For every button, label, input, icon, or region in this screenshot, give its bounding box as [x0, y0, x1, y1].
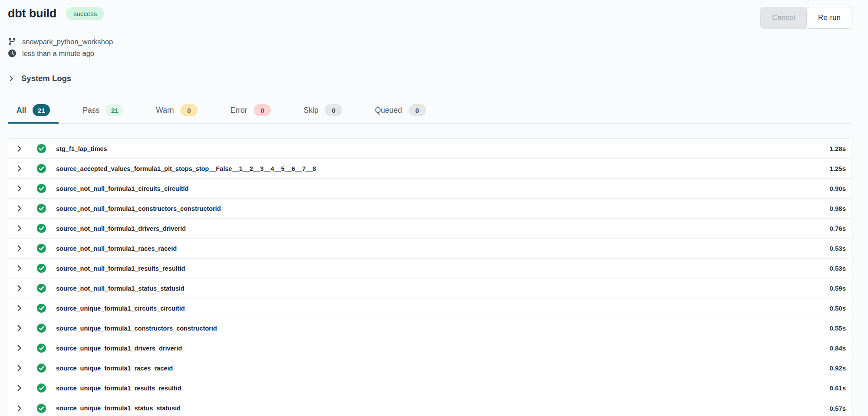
node-name: source_accepted_values_formula1_pit_stop… [56, 165, 316, 172]
table-row[interactable]: source_not_null_formula1_circuits_circui… [8, 179, 852, 199]
git-branch-icon [8, 37, 17, 46]
pass-check-icon [37, 204, 46, 213]
node-name: source_unique_formula1_races_raceid [56, 365, 173, 372]
branch-name: snowpark_python_workshop [22, 38, 113, 46]
expand-chevron-icon[interactable] [15, 364, 23, 372]
table-row[interactable]: source_unique_formula1_races_raceid 0.92… [8, 358, 852, 378]
node-name: source_unique_formula1_drivers_driverid [56, 345, 182, 352]
node-duration: 0.55s [829, 324, 846, 332]
header: dbt build success Cancel Re-run [8, 7, 852, 29]
tab-count-badge: 0 [325, 104, 342, 116]
table-row[interactable]: source_accepted_values_formula1_pit_stop… [8, 159, 852, 179]
tab-label: Pass [83, 106, 99, 115]
pass-check-icon [37, 404, 46, 413]
node-name: source_not_null_formula1_circuits_circui… [56, 185, 188, 192]
expand-chevron-icon[interactable] [15, 184, 23, 193]
node-name: source_unique_formula1_constructors_cons… [56, 325, 217, 332]
expand-chevron-icon[interactable] [15, 264, 23, 272]
clock-icon [8, 49, 17, 58]
node-name: source_not_null_formula1_results_resulti… [56, 265, 185, 272]
node-name: source_unique_formula1_circuits_circuiti… [56, 305, 185, 312]
table-row[interactable]: stg_f1_lap_times 1.28s [8, 139, 852, 159]
run-time-ago: less than a minute ago [22, 49, 94, 58]
tab-count-badge: 0 [254, 104, 271, 116]
node-duration: 0.84s [829, 344, 846, 352]
table-row[interactable]: source_not_null_formula1_races_raceid 0.… [8, 239, 852, 259]
tab-label: All [17, 106, 26, 115]
run-detail-page: dbt build success Cancel Re-run snowpark… [0, 0, 868, 416]
pass-check-icon [37, 364, 46, 373]
node-name: source_not_null_formula1_constructors_co… [56, 205, 221, 212]
node-duration: 0.53s [829, 265, 846, 272]
node-name: source_not_null_formula1_status_statusid [56, 285, 185, 292]
table-row[interactable]: source_unique_formula1_results_resultid … [8, 378, 852, 398]
pass-check-icon [37, 164, 46, 173]
table-row[interactable]: source_not_null_formula1_status_statusid… [8, 278, 852, 298]
pass-check-icon [37, 144, 46, 153]
tab-count-badge: 21 [33, 104, 50, 116]
results-list: stg_f1_lap_times 1.28s source_accepted_v… [8, 138, 852, 416]
tab-label: Error [230, 106, 247, 115]
tab-count-badge: 0 [409, 104, 426, 116]
node-duration: 0.92s [829, 364, 846, 372]
node-name: stg_f1_lap_times [56, 145, 107, 152]
expand-chevron-icon[interactable] [15, 404, 23, 413]
node-duration: 1.25s [829, 165, 846, 172]
tab-count-badge: 0 [180, 104, 198, 116]
expand-chevron-icon[interactable] [15, 284, 23, 292]
node-duration: 0.90s [829, 185, 846, 192]
table-row[interactable]: source_not_null_formula1_results_resulti… [8, 259, 852, 278]
table-row[interactable]: source_not_null_formula1_constructors_co… [8, 199, 852, 219]
table-row[interactable]: source_unique_formula1_status_statusid 0… [8, 398, 852, 416]
expand-chevron-icon[interactable] [15, 144, 23, 153]
node-duration: 0.57s [829, 405, 846, 412]
tab-label: Warn [156, 106, 174, 115]
tab-queued[interactable]: Queued 0 [366, 101, 434, 123]
node-duration: 0.50s [829, 305, 846, 312]
node-name: source_not_null_formula1_drivers_driveri… [56, 225, 186, 232]
table-row[interactable]: source_unique_formula1_circuits_circuiti… [8, 298, 852, 318]
expand-chevron-icon[interactable] [15, 164, 23, 173]
system-logs-toggle[interactable]: System Logs [8, 74, 71, 83]
node-duration: 1.28s [829, 145, 846, 152]
run-meta: snowpark_python_workshop less than a min… [8, 37, 852, 58]
expand-chevron-icon[interactable] [15, 224, 23, 233]
node-name: source_unique_formula1_status_statusid [56, 405, 181, 412]
expand-chevron-icon[interactable] [15, 324, 23, 332]
tab-label: Skip [304, 106, 318, 115]
tab-all[interactable]: All 21 [8, 101, 59, 123]
pass-check-icon [37, 224, 46, 233]
table-row[interactable]: source_unique_formula1_constructors_cons… [8, 318, 852, 338]
pass-check-icon [37, 383, 46, 393]
header-actions: Cancel Re-run [760, 7, 852, 29]
node-name: source_not_null_formula1_races_raceid [56, 245, 177, 252]
table-row[interactable]: source_not_null_formula1_drivers_driveri… [8, 219, 852, 239]
node-duration: 0.61s [829, 384, 846, 392]
rerun-button[interactable]: Re-run [806, 7, 852, 29]
status-badge: success [66, 7, 104, 20]
pass-check-icon [37, 324, 46, 333]
tab-pass[interactable]: Pass 21 [74, 101, 132, 123]
time-row: less than a minute ago [8, 49, 852, 58]
system-logs-label: System Logs [21, 74, 71, 83]
expand-chevron-icon[interactable] [15, 304, 23, 312]
node-name: source_unique_formula1_results_resultid [56, 385, 182, 392]
pass-check-icon [37, 184, 46, 193]
expand-chevron-icon[interactable] [15, 344, 23, 352]
pass-check-icon [37, 344, 46, 353]
pass-check-icon [37, 304, 46, 313]
tab-count-badge: 21 [106, 104, 123, 116]
page-title: dbt build [8, 7, 56, 20]
tab-warn[interactable]: Warn 0 [147, 101, 206, 123]
cancel-button[interactable]: Cancel [760, 7, 806, 29]
expand-chevron-icon[interactable] [15, 384, 23, 392]
pass-check-icon [37, 264, 46, 273]
tab-bar: All 21 Pass 21 Warn 0 Error 0 Skip 0 Que… [8, 101, 852, 124]
expand-chevron-icon[interactable] [15, 204, 23, 213]
pass-check-icon [37, 244, 46, 253]
expand-chevron-icon[interactable] [15, 244, 23, 252]
tab-error[interactable]: Error 0 [221, 101, 280, 123]
tab-skip[interactable]: Skip 0 [295, 101, 351, 123]
table-row[interactable]: source_unique_formula1_drivers_driverid … [8, 338, 852, 358]
node-duration: 0.59s [829, 285, 846, 292]
